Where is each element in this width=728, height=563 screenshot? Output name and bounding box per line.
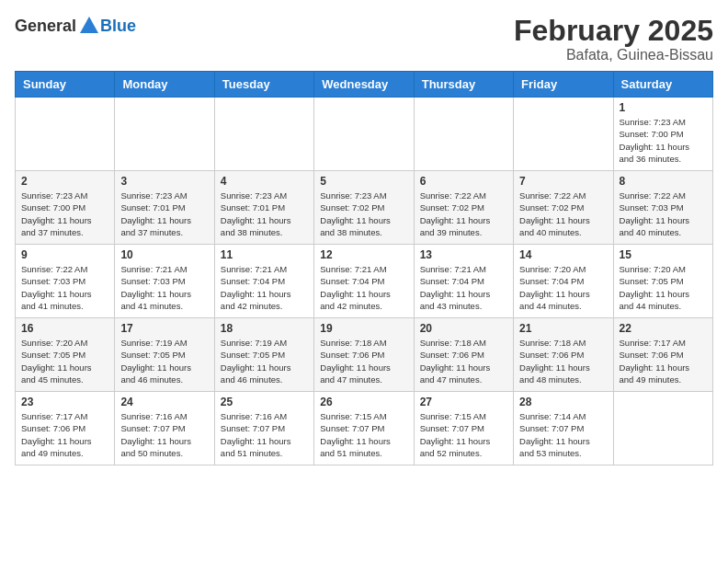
calendar-day-cell: 24Sunrise: 7:16 AM Sunset: 7:07 PM Dayli… [115, 392, 214, 465]
day-number: 1 [620, 101, 707, 114]
day-info: Sunrise: 7:14 AM Sunset: 7:07 PM Dayligh… [519, 410, 607, 459]
day-number: 24 [120, 396, 208, 408]
calendar-day-cell: 28Sunrise: 7:14 AM Sunset: 7:07 PM Dayli… [514, 392, 613, 465]
day-info: Sunrise: 7:20 AM Sunset: 7:05 PM Dayligh… [620, 263, 707, 312]
day-info: Sunrise: 7:21 AM Sunset: 7:04 PM Dayligh… [221, 263, 308, 312]
day-number: 28 [519, 396, 607, 408]
calendar-day-cell: 17Sunrise: 7:19 AM Sunset: 7:05 PM Dayli… [115, 318, 214, 392]
day-number: 27 [420, 396, 507, 408]
calendar-day-cell: 11Sunrise: 7:21 AM Sunset: 7:04 PM Dayli… [214, 245, 313, 318]
day-number: 18 [221, 322, 308, 335]
day-info: Sunrise: 7:23 AM Sunset: 7:02 PM Dayligh… [320, 190, 407, 238]
calendar-day-cell [115, 98, 214, 171]
day-info: Sunrise: 7:16 AM Sunset: 7:07 PM Dayligh… [120, 410, 208, 459]
day-number: 13 [420, 248, 507, 261]
calendar-day-cell: 13Sunrise: 7:21 AM Sunset: 7:04 PM Dayli… [414, 245, 513, 318]
day-info: Sunrise: 7:17 AM Sunset: 7:06 PM Dayligh… [21, 410, 108, 459]
day-info: Sunrise: 7:22 AM Sunset: 7:02 PM Dayligh… [420, 190, 507, 238]
calendar-week-row: 1Sunrise: 7:23 AM Sunset: 7:00 PM Daylig… [16, 98, 713, 171]
day-number: 16 [21, 322, 108, 335]
day-number: 20 [420, 322, 507, 335]
day-info: Sunrise: 7:18 AM Sunset: 7:06 PM Dayligh… [420, 337, 507, 385]
calendar-day-cell: 2Sunrise: 7:23 AM Sunset: 7:00 PM Daylig… [16, 171, 115, 245]
day-info: Sunrise: 7:21 AM Sunset: 7:04 PM Dayligh… [320, 263, 407, 312]
logo-text-general: General [15, 17, 76, 36]
day-info: Sunrise: 7:18 AM Sunset: 7:06 PM Dayligh… [519, 337, 607, 385]
calendar-header-row: SundayMondayTuesdayWednesdayThursdayFrid… [16, 72, 713, 98]
logo-text-blue: Blue [100, 17, 136, 36]
day-info: Sunrise: 7:20 AM Sunset: 7:04 PM Dayligh… [519, 263, 607, 312]
day-number: 4 [221, 175, 308, 188]
day-info: Sunrise: 7:22 AM Sunset: 7:02 PM Dayligh… [519, 190, 607, 238]
day-info: Sunrise: 7:21 AM Sunset: 7:04 PM Dayligh… [420, 263, 507, 312]
calendar-day-cell: 18Sunrise: 7:19 AM Sunset: 7:05 PM Dayli… [214, 318, 313, 392]
calendar-day-cell: 5Sunrise: 7:23 AM Sunset: 7:02 PM Daylig… [314, 171, 414, 245]
calendar-day-cell: 6Sunrise: 7:22 AM Sunset: 7:02 PM Daylig… [414, 171, 513, 245]
day-number: 2 [21, 175, 108, 188]
calendar-week-row: 16Sunrise: 7:20 AM Sunset: 7:05 PM Dayli… [16, 318, 713, 392]
calendar-day-cell: 10Sunrise: 7:21 AM Sunset: 7:03 PM Dayli… [115, 245, 214, 318]
day-of-week-header: Thursday [414, 72, 513, 98]
day-number: 15 [620, 248, 707, 261]
calendar-table: SundayMondayTuesdayWednesdayThursdayFrid… [15, 71, 713, 465]
day-info: Sunrise: 7:17 AM Sunset: 7:06 PM Dayligh… [620, 337, 707, 385]
day-number: 22 [620, 322, 707, 335]
day-number: 10 [120, 248, 208, 261]
day-info: Sunrise: 7:18 AM Sunset: 7:06 PM Dayligh… [320, 337, 407, 385]
calendar-day-cell: 16Sunrise: 7:20 AM Sunset: 7:05 PM Dayli… [16, 318, 115, 392]
calendar-day-cell: 12Sunrise: 7:21 AM Sunset: 7:04 PM Dayli… [314, 245, 414, 318]
calendar-day-cell: 19Sunrise: 7:18 AM Sunset: 7:06 PM Dayli… [314, 318, 414, 392]
logo-icon [78, 15, 100, 37]
day-info: Sunrise: 7:19 AM Sunset: 7:05 PM Dayligh… [221, 337, 308, 385]
day-info: Sunrise: 7:21 AM Sunset: 7:03 PM Dayligh… [120, 263, 208, 312]
calendar-week-row: 9Sunrise: 7:22 AM Sunset: 7:03 PM Daylig… [16, 245, 713, 318]
calendar-day-cell: 4Sunrise: 7:23 AM Sunset: 7:01 PM Daylig… [214, 171, 313, 245]
day-number: 21 [519, 322, 607, 335]
day-info: Sunrise: 7:23 AM Sunset: 7:00 PM Dayligh… [620, 116, 707, 165]
day-number: 23 [21, 396, 108, 408]
logo: General Blue [15, 15, 136, 37]
day-number: 19 [320, 322, 407, 335]
calendar-day-cell: 23Sunrise: 7:17 AM Sunset: 7:06 PM Dayli… [16, 392, 115, 465]
day-number: 26 [320, 396, 407, 408]
day-of-week-header: Saturday [613, 72, 712, 98]
calendar-day-cell: 7Sunrise: 7:22 AM Sunset: 7:02 PM Daylig… [514, 171, 613, 245]
day-info: Sunrise: 7:23 AM Sunset: 7:01 PM Dayligh… [120, 190, 208, 238]
calendar-day-cell [314, 98, 414, 171]
month-title: February 2025 [514, 15, 713, 47]
calendar-week-row: 23Sunrise: 7:17 AM Sunset: 7:06 PM Dayli… [16, 392, 713, 465]
calendar-day-cell: 14Sunrise: 7:20 AM Sunset: 7:04 PM Dayli… [514, 245, 613, 318]
calendar-day-cell: 22Sunrise: 7:17 AM Sunset: 7:06 PM Dayli… [613, 318, 712, 392]
day-number: 8 [620, 175, 707, 188]
calendar-day-cell: 3Sunrise: 7:23 AM Sunset: 7:01 PM Daylig… [115, 171, 214, 245]
day-number: 14 [519, 248, 607, 261]
day-info: Sunrise: 7:23 AM Sunset: 7:00 PM Dayligh… [21, 190, 108, 238]
svg-marker-0 [80, 17, 98, 33]
day-info: Sunrise: 7:20 AM Sunset: 7:05 PM Dayligh… [21, 337, 108, 385]
day-of-week-header: Sunday [16, 72, 115, 98]
day-of-week-header: Monday [115, 72, 214, 98]
day-number: 11 [221, 248, 308, 261]
calendar-day-cell: 15Sunrise: 7:20 AM Sunset: 7:05 PM Dayli… [613, 245, 712, 318]
location: Bafata, Guinea-Bissau [514, 47, 713, 63]
day-info: Sunrise: 7:15 AM Sunset: 7:07 PM Dayligh… [320, 410, 407, 459]
day-info: Sunrise: 7:22 AM Sunset: 7:03 PM Dayligh… [21, 263, 108, 312]
day-of-week-header: Friday [514, 72, 613, 98]
calendar-day-cell: 25Sunrise: 7:16 AM Sunset: 7:07 PM Dayli… [214, 392, 313, 465]
day-number: 6 [420, 175, 507, 188]
calendar-day-cell: 8Sunrise: 7:22 AM Sunset: 7:03 PM Daylig… [613, 171, 712, 245]
day-number: 12 [320, 248, 407, 261]
day-of-week-header: Wednesday [314, 72, 414, 98]
day-info: Sunrise: 7:22 AM Sunset: 7:03 PM Dayligh… [620, 190, 707, 238]
calendar-day-cell: 1Sunrise: 7:23 AM Sunset: 7:00 PM Daylig… [613, 98, 712, 171]
calendar-day-cell: 26Sunrise: 7:15 AM Sunset: 7:07 PM Dayli… [314, 392, 414, 465]
day-of-week-header: Tuesday [214, 72, 313, 98]
calendar-day-cell [414, 98, 513, 171]
day-info: Sunrise: 7:15 AM Sunset: 7:07 PM Dayligh… [420, 410, 507, 459]
day-number: 5 [320, 175, 407, 188]
day-number: 17 [120, 322, 208, 335]
title-area: February 2025 Bafata, Guinea-Bissau [514, 15, 713, 63]
day-number: 7 [519, 175, 607, 188]
calendar-day-cell [514, 98, 613, 171]
day-info: Sunrise: 7:23 AM Sunset: 7:01 PM Dayligh… [221, 190, 308, 238]
